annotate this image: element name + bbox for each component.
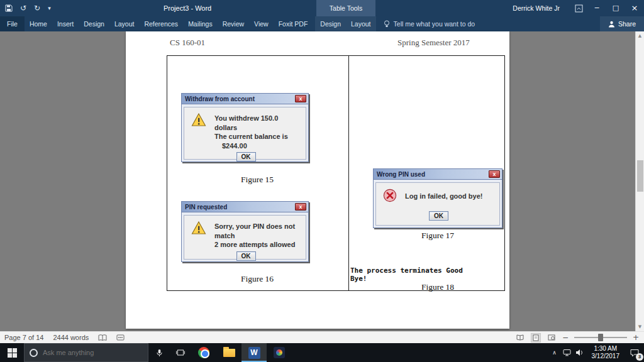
page-header-right: Spring Semester 2017 [397, 38, 470, 48]
minimize-button[interactable]: ─ [587, 0, 606, 16]
tab-foxit-pdf[interactable]: Foxit PDF [274, 16, 313, 31]
figure-15-caption: Figure 15 [167, 175, 348, 185]
figure-16-caption: Figure 16 [167, 274, 348, 284]
document-page[interactable]: CS 160-01 Spring Semester 2017 Withdraw … [126, 31, 509, 329]
macros-icon[interactable] [116, 334, 125, 341]
error-icon [383, 189, 397, 202]
ribbon-display-options-icon[interactable] [570, 0, 587, 16]
dialog-message: Sorry, your PIN does not match 2 more at… [214, 221, 301, 250]
tab-home[interactable]: Home [25, 16, 52, 31]
read-mode-icon[interactable] [515, 333, 525, 343]
scroll-up-icon[interactable]: ▲ [636, 31, 644, 40]
zoom-in-button[interactable]: + [633, 333, 639, 342]
quick-access-toolbar: ↺ ↻ ▾ [5, 0, 51, 16]
undo-icon[interactable]: ↺ [20, 0, 26, 16]
tell-me-label: Tell me what you want to do [394, 20, 475, 28]
dialog-ok-button: OK [236, 251, 256, 261]
tab-file[interactable]: File [0, 16, 25, 31]
share-label: Share [618, 20, 636, 28]
taskbar-clock[interactable]: 1:30 AM 3/12/2017 [586, 345, 626, 360]
dialog-title: Withdraw from account [185, 96, 255, 102]
notification-badge: 3 [636, 353, 643, 361]
taskbar: W ∧ 1:30 AM 3/12/2017 3 [0, 343, 644, 362]
action-center-icon[interactable]: 3 [625, 343, 644, 362]
start-button[interactable] [0, 343, 24, 362]
warning-icon [191, 113, 206, 126]
cortana-icon [30, 349, 38, 357]
dialog-title: PIN requested [185, 204, 227, 211]
word-count[interactable]: 2444 words [53, 334, 89, 341]
page-indicator[interactable]: Page 7 of 14 [4, 334, 43, 341]
save-icon[interactable] [5, 4, 13, 12]
dialog-ok-button: OK [429, 211, 448, 221]
redo-icon[interactable]: ↻ [34, 0, 40, 16]
titlebar-right: Derrick White Jr ─ □ × [513, 0, 644, 16]
status-bar: Page 7 of 14 2444 words − + [0, 331, 644, 343]
zoom-slider-thumb[interactable] [598, 334, 603, 341]
terminal-text: The process terminates Good Bye! [350, 266, 463, 283]
figure-18-caption: Figure 18 [373, 282, 502, 292]
tray-chevron-icon[interactable]: ∧ [548, 343, 561, 362]
word-app-icon[interactable]: W [242, 343, 267, 362]
maximize-button[interactable]: □ [606, 0, 625, 16]
tab-references[interactable]: References [139, 16, 183, 31]
ribbon-tab-bar: File Home Insert Design Layout Reference… [0, 16, 644, 31]
titlebar: ↺ ↻ ▾ Project3 - Word Table Tools Derric… [0, 0, 644, 16]
window-title: Project3 - Word [164, 0, 211, 16]
volume-icon[interactable] [574, 343, 586, 362]
tab-layout[interactable]: Layout [109, 16, 140, 31]
scroll-down-icon[interactable]: ▼ [636, 322, 644, 331]
microphone-icon[interactable] [148, 343, 170, 362]
dialog-body: Log in failed, good bye! OK [374, 180, 502, 228]
dialog-titlebar: Wrong PIN used x [374, 169, 502, 180]
chrome-app-icon[interactable] [191, 343, 216, 362]
figure-17-caption: Figure 17 [373, 231, 502, 241]
lightbulb-icon [384, 20, 390, 28]
dialog-titlebar: PIN requested x [182, 202, 308, 212]
dialog-close-icon: x [295, 95, 306, 102]
cortana-search-box[interactable] [24, 343, 148, 362]
table-tools-tab-group: Design Layout [315, 16, 375, 31]
print-layout-icon[interactable] [531, 333, 541, 343]
clock-date: 3/12/2017 [592, 353, 620, 360]
dialog-title: Wrong PIN used [377, 171, 425, 178]
figure-pin-dialog-image[interactable]: PIN requested x Sorry, your PIN does not… [181, 201, 309, 262]
tab-view[interactable]: View [249, 16, 274, 31]
tab-design[interactable]: Design [79, 16, 109, 31]
dialog-message: Log in failed, good bye! [405, 189, 482, 201]
vertical-scrollbar[interactable]: ▲ ▼ [635, 31, 644, 331]
scrollbar-thumb[interactable] [637, 160, 643, 192]
media-app-icon[interactable] [267, 343, 292, 362]
customize-qat-icon[interactable]: ▾ [48, 0, 51, 16]
tab-mailings[interactable]: Mailings [183, 16, 218, 31]
tab-insert[interactable]: Insert [52, 16, 79, 31]
file-explorer-app-icon[interactable] [216, 343, 242, 362]
proofing-icon[interactable] [98, 334, 107, 341]
document-area: CS 160-01 Spring Semester 2017 Withdraw … [0, 31, 644, 331]
figure-withdraw-dialog-image[interactable]: Withdraw from account x You withdrew 150… [181, 93, 309, 162]
tab-review[interactable]: Review [218, 16, 249, 31]
share-button[interactable]: Share [600, 16, 644, 31]
person-icon [608, 21, 615, 28]
tell-me-box[interactable]: Tell me what you want to do [384, 16, 475, 31]
tab-table-layout[interactable]: Layout [346, 16, 376, 31]
zoom-out-button[interactable]: − [562, 333, 569, 342]
dialog-message: You withdrew 150.0 dollars The current b… [214, 113, 301, 150]
figure-wrong-pin-dialog-image[interactable]: Wrong PIN used x Log in failed, good bye… [373, 168, 502, 228]
dialog-body: You withdrew 150.0 dollars The current b… [182, 105, 308, 162]
warning-icon [191, 221, 206, 234]
dialog-close-icon: x [295, 203, 306, 211]
system-tray: ∧ 1:30 AM 3/12/2017 3 [548, 343, 644, 362]
zoom-slider[interactable] [574, 337, 627, 338]
network-icon[interactable] [561, 343, 574, 362]
dialog-titlebar: Withdraw from account x [182, 94, 308, 104]
task-view-icon[interactable] [170, 343, 191, 362]
search-input[interactable] [43, 349, 143, 356]
web-layout-icon[interactable] [547, 333, 557, 343]
close-button[interactable]: × [625, 0, 644, 16]
dialog-ok-button: OK [236, 152, 256, 162]
page-header-left: CS 160-01 [170, 38, 205, 48]
user-name[interactable]: Derrick White Jr [513, 4, 560, 12]
clock-time: 1:30 AM [594, 345, 617, 353]
tab-table-design[interactable]: Design [315, 16, 346, 31]
